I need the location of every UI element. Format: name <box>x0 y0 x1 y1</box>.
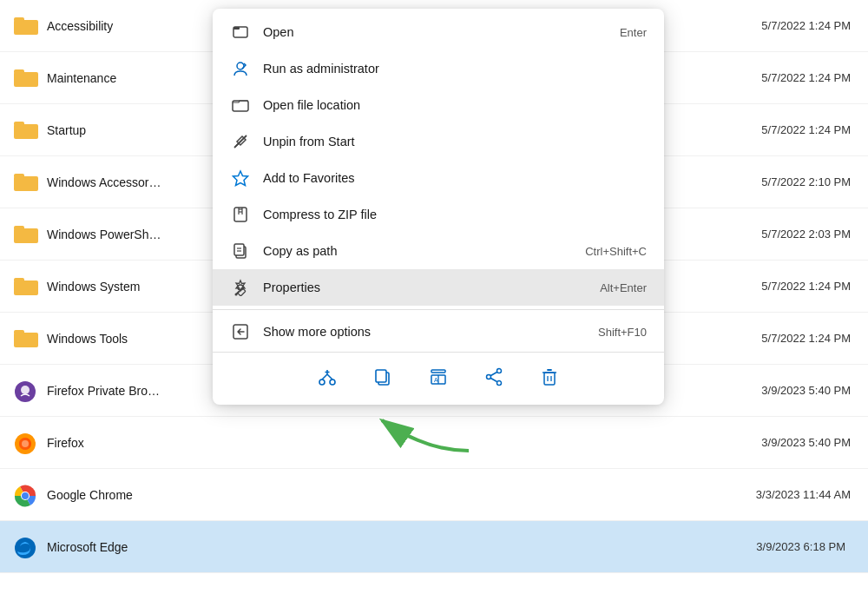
file-date: 3/9/2023 5:40 PM <box>761 384 851 397</box>
edge-icon <box>14 537 38 558</box>
menu-item-more-options-shortcut: Shift+F10 <box>598 326 647 339</box>
svg-marker-28 <box>233 171 248 186</box>
file-name: Windows PowerSh… <box>47 228 229 241</box>
svg-rect-59 <box>544 373 555 385</box>
svg-rect-4 <box>14 124 38 139</box>
file-name: Microsoft Edge <box>47 540 229 554</box>
file-date: 3/9/2023 5:40 PM <box>761 436 851 449</box>
svg-rect-0 <box>14 20 38 35</box>
share-icon[interactable] <box>478 361 510 393</box>
delete-icon[interactable] <box>534 361 565 393</box>
properties-icon <box>230 277 251 298</box>
unpin-icon <box>230 131 251 152</box>
svg-rect-5 <box>14 122 24 126</box>
svg-point-39 <box>235 294 238 296</box>
svg-rect-7 <box>14 174 24 178</box>
file-date: 3/3/2023 11:44 AM <box>756 488 851 501</box>
folder-icon <box>14 16 38 36</box>
svg-point-56 <box>487 375 491 380</box>
file-date: 5/7/2022 1:24 PM <box>761 19 851 32</box>
list-item[interactable]: Firefox 3/9/2023 5:40 PM <box>0 417 868 469</box>
svg-text:A: A <box>434 377 438 383</box>
menu-item-properties[interactable]: Properties Alt+Enter <box>213 269 664 306</box>
menu-item-open-location[interactable]: Open file location <box>213 87 664 123</box>
star-icon <box>230 168 251 188</box>
svg-rect-11 <box>14 278 24 282</box>
folder-icon <box>14 68 38 89</box>
open-icon <box>230 22 251 43</box>
menu-item-unpin[interactable]: Unpin from Start <box>213 123 664 160</box>
rename-icon[interactable]: A <box>423 361 454 393</box>
svg-line-58 <box>491 379 497 382</box>
svg-rect-3 <box>14 69 24 74</box>
svg-rect-8 <box>14 228 38 243</box>
svg-point-15 <box>21 386 30 394</box>
svg-point-43 <box>330 380 335 385</box>
svg-rect-50 <box>431 370 445 373</box>
menu-item-more-options[interactable]: Show more options Shift+F10 <box>213 314 664 350</box>
svg-line-45 <box>327 374 332 380</box>
more-options-icon <box>230 321 251 342</box>
folder-icon <box>14 328 38 349</box>
list-item[interactable]: Google Chrome 3/3/2023 11:44 AM <box>0 469 868 521</box>
file-name: Maintenance <box>47 71 229 85</box>
copy-path-icon <box>230 241 251 261</box>
folder-icon <box>14 120 38 141</box>
menu-item-zip[interactable]: Compress to ZIP file <box>213 196 664 233</box>
svg-rect-2 <box>14 72 38 87</box>
cut-icon[interactable] <box>312 361 343 393</box>
file-date: 5/7/2022 1:24 PM <box>761 123 851 136</box>
svg-rect-1 <box>14 17 24 22</box>
file-date: 5/7/2022 1:24 PM <box>761 280 851 293</box>
menu-bottom-icon-row: A <box>213 352 664 399</box>
svg-point-54 <box>497 369 502 373</box>
menu-item-zip-label: Compress to ZIP file <box>263 208 629 221</box>
menu-divider <box>213 309 664 310</box>
menu-item-unpin-label: Unpin from Start <box>263 135 629 148</box>
menu-item-run-admin-label: Run as administrator <box>263 62 629 76</box>
menu-item-run-admin[interactable]: Run as administrator <box>213 50 664 87</box>
file-date: 5/7/2022 2:10 PM <box>761 175 851 188</box>
menu-item-more-options-label: Show more options <box>263 325 581 339</box>
file-date: 3/9/2023 6:18 PM <box>751 538 851 555</box>
svg-point-42 <box>319 380 325 385</box>
svg-rect-13 <box>14 330 24 334</box>
file-date: 5/7/2022 1:24 PM <box>761 71 851 84</box>
menu-item-open-location-label: Open file location <box>263 98 629 112</box>
svg-rect-10 <box>14 280 38 295</box>
context-menu: Open Enter Run as administrator Open fil… <box>213 9 664 405</box>
svg-line-57 <box>491 373 497 376</box>
menu-item-open[interactable]: Open Enter <box>213 14 664 50</box>
folder-open-icon <box>230 95 251 116</box>
svg-point-22 <box>15 538 36 558</box>
zip-icon <box>230 204 251 225</box>
copy-icon[interactable] <box>367 361 398 393</box>
file-name: Google Chrome <box>47 488 229 502</box>
file-name: Startup <box>47 123 229 137</box>
svg-rect-24 <box>233 27 240 30</box>
svg-rect-35 <box>234 244 244 255</box>
svg-rect-6 <box>14 176 38 191</box>
svg-rect-12 <box>14 333 38 347</box>
firefox-icon <box>14 432 38 453</box>
file-name: Windows System <box>47 280 229 294</box>
file-name: Windows Accessor… <box>47 175 229 189</box>
list-item[interactable]: Microsoft Edge 3/9/2023 6:18 PM <box>0 521 868 573</box>
file-name: Firefox <box>47 436 229 450</box>
menu-item-properties-shortcut: Alt+Enter <box>600 281 647 294</box>
menu-item-copy-path-label: Copy as path <box>263 244 568 258</box>
folder-icon <box>14 276 38 297</box>
menu-item-copy-path-shortcut: Ctrl+Shift+C <box>585 245 647 258</box>
folder-icon <box>14 224 38 245</box>
menu-item-favorites[interactable]: Add to Favorites <box>213 160 664 196</box>
menu-item-copy-path[interactable]: Copy as path Ctrl+Shift+C <box>213 233 664 269</box>
file-name: Windows Tools <box>47 332 229 346</box>
firefox-private-icon <box>14 380 38 401</box>
file-date: 5/7/2022 2:03 PM <box>761 228 851 241</box>
svg-rect-9 <box>14 226 24 230</box>
file-date: 5/7/2022 1:24 PM <box>761 332 851 345</box>
svg-point-21 <box>22 492 29 499</box>
menu-item-favorites-label: Add to Favorites <box>263 171 629 185</box>
svg-line-44 <box>322 374 327 380</box>
svg-rect-49 <box>376 370 386 382</box>
